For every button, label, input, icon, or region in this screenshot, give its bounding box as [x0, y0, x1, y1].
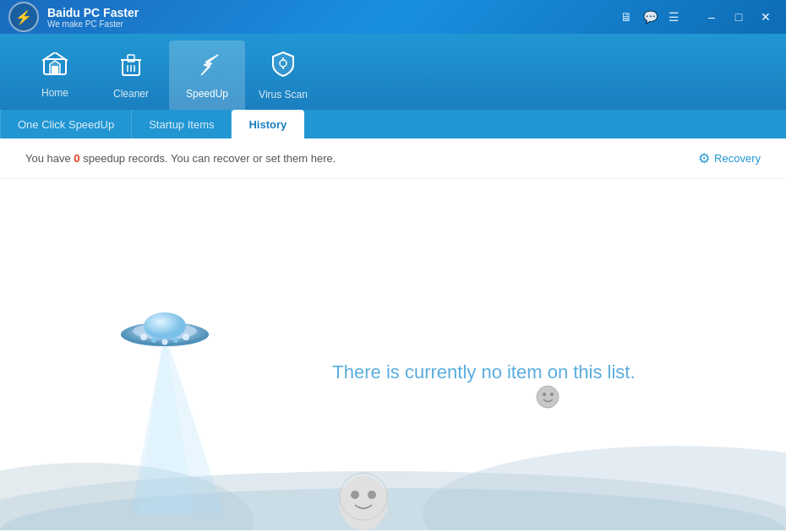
app-title-text: Baidu PC Faster We make PC Faster [47, 6, 139, 29]
svg-point-28 [351, 491, 359, 499]
logo-symbol: ⚡ [15, 9, 32, 25]
home-nav-icon [42, 52, 68, 82]
nav-item-speedup[interactable]: SpeedUp [169, 41, 245, 110]
svg-point-29 [368, 491, 376, 499]
info-message: You have 0 speedup records. You can reco… [25, 152, 336, 165]
recovery-gear-icon: ⚙ [698, 150, 710, 166]
svg-point-24 [173, 338, 178, 343]
svg-point-32 [543, 393, 546, 396]
title-bar-left: ⚡ Baidu PC Faster We make PC Faster [8, 2, 139, 32]
app-name: Baidu PC Faster [47, 6, 139, 19]
recovery-button[interactable]: ⚙ Recovery [698, 150, 761, 166]
app-tagline: We make PC Faster [47, 19, 139, 29]
minimize-button[interactable]: – [700, 7, 723, 27]
info-bar: You have 0 speedup records. You can reco… [0, 138, 786, 179]
nav-item-virusscan[interactable]: Virus Scan [245, 41, 321, 110]
title-bar-icons: 🖥 💬 ☰ [617, 8, 683, 26]
info-count: 0 [74, 152, 79, 165]
scene-svg [0, 179, 786, 530]
content-area: You have 0 speedup records. You can reco… [0, 138, 786, 532]
empty-state: There is currently no item on this list. [0, 179, 786, 530]
tab-bar: One Click SpeedUp Startup Items History [0, 110, 786, 138]
info-suffix: speedup records. You can recover or set … [80, 152, 336, 165]
tab-startup-items[interactable]: Startup Items [132, 110, 232, 138]
svg-point-25 [183, 334, 189, 340]
cleaner-nav-label: Cleaner [113, 88, 149, 100]
info-prefix: You have [25, 152, 74, 165]
svg-point-20 [144, 312, 186, 339]
nav-bar: Home Cleaner SpeedUp [0, 34, 786, 110]
tab-one-click-speedup[interactable]: One Click SpeedUp [0, 110, 132, 138]
virusscan-nav-icon [271, 51, 295, 84]
speedup-nav-label: SpeedUp [186, 88, 228, 100]
maximize-button[interactable]: □ [727, 7, 751, 27]
empty-state-message: There is currently no item on this list. [332, 361, 635, 383]
svg-point-31 [537, 386, 559, 408]
chat-icon[interactable]: 💬 [641, 8, 659, 26]
nav-item-cleaner[interactable]: Cleaner [93, 41, 169, 110]
recovery-label: Recovery [714, 152, 761, 165]
svg-point-21 [140, 334, 147, 340]
nav-item-home[interactable]: Home [17, 41, 93, 110]
svg-point-22 [151, 338, 156, 343]
tab-history[interactable]: History [232, 110, 304, 138]
cleaner-nav-icon [119, 52, 143, 83]
title-bar: ⚡ Baidu PC Faster We make PC Faster 🖥 💬 … [0, 0, 786, 34]
speedup-nav-icon [194, 52, 220, 83]
svg-point-33 [550, 393, 554, 396]
svg-point-23 [162, 339, 168, 345]
virusscan-nav-label: Virus Scan [259, 89, 308, 100]
close-button[interactable]: ✕ [754, 7, 778, 27]
home-nav-label: Home [41, 87, 68, 99]
title-bar-controls: – □ ✕ [700, 7, 778, 27]
app-logo: ⚡ [8, 2, 39, 32]
restore-icon[interactable]: 🖥 [617, 8, 636, 26]
menu-icon[interactable]: ☰ [664, 8, 683, 26]
